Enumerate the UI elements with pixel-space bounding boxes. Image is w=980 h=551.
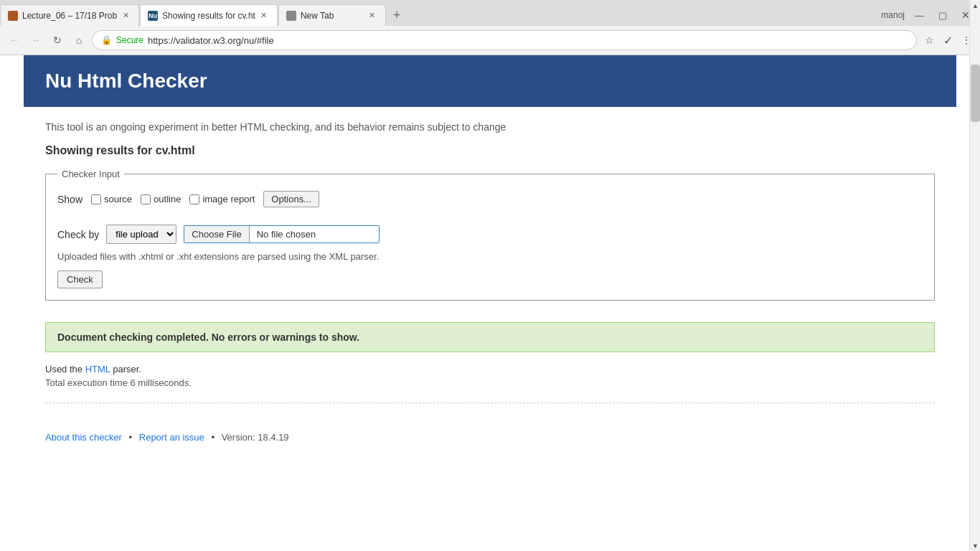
choose-file-button[interactable]: Choose File xyxy=(184,226,249,242)
show-row: Show source outline image report Options… xyxy=(57,191,923,207)
tab-close-1[interactable]: ✕ xyxy=(120,10,131,22)
home-button[interactable]: ⌂ xyxy=(70,32,88,49)
html-parser-link[interactable]: HTML xyxy=(85,364,110,375)
url-text: https://validator.w3.org/nu/#file xyxy=(148,35,908,46)
back-button[interactable]: ← xyxy=(6,32,23,49)
secure-label: Secure xyxy=(116,35,143,45)
checker-input-legend: Checker Input xyxy=(57,169,124,179)
tab-favicon-1 xyxy=(8,11,18,21)
page-footer: About this checker • Report an issue • V… xyxy=(24,432,956,457)
browser-chrome: Lecture_06 – 17/18 Prob ✕ Nu Showing res… xyxy=(0,0,980,55)
tab-close-2[interactable]: ✕ xyxy=(258,10,270,22)
address-bar[interactable]: 🔒 Secure https://validator.w3.org/nu/#fi… xyxy=(92,30,917,50)
secure-icon: 🔒 xyxy=(101,35,112,45)
checkbox-image-report: image report xyxy=(189,194,255,204)
site-title: Nu Html Checker xyxy=(45,70,935,93)
outline-label[interactable]: outline xyxy=(154,194,181,204)
source-label[interactable]: source xyxy=(104,194,132,204)
parser-suffix: parser. xyxy=(110,364,141,375)
checkbox-outline: outline xyxy=(141,194,181,204)
main-content: This tool is an ongoing experiment in be… xyxy=(24,107,956,432)
check-by-select[interactable]: address file upload text input xyxy=(106,225,176,244)
footer-separator-2: • xyxy=(211,432,215,443)
tab-title-3: New Tab xyxy=(301,11,364,21)
tab-validator[interactable]: Nu Showing results for cv.ht ✕ xyxy=(140,4,278,26)
address-bar-actions: ☆ ✓ ⋮ xyxy=(921,32,974,48)
profile-name: manoj xyxy=(881,10,905,20)
about-checker-link[interactable]: About this checker xyxy=(45,432,122,443)
version-text: Version: 18.4.19 xyxy=(222,432,289,443)
success-message: Document checking completed. No errors o… xyxy=(57,331,359,343)
scrollbar-track: ▲ ▼ xyxy=(969,0,980,457)
checkbox-source: source xyxy=(91,194,132,204)
image-report-label[interactable]: image report xyxy=(202,194,255,204)
file-chosen-text: No file chosen xyxy=(250,226,379,242)
upload-note: Uploaded files with .xhtml or .xht exten… xyxy=(57,251,923,262)
tab-close-3[interactable]: ✕ xyxy=(367,10,378,22)
tab-bar: Lecture_06 – 17/18 Prob ✕ Nu Showing res… xyxy=(0,0,980,26)
footer-divider xyxy=(45,402,935,403)
tab-newtab[interactable]: New Tab ✕ xyxy=(278,4,386,26)
scrollbar-thumb[interactable] xyxy=(971,65,980,122)
maximize-button[interactable]: ▢ xyxy=(934,9,951,22)
tab-title-2: Showing results for cv.ht xyxy=(162,11,255,21)
new-tab-button[interactable]: + xyxy=(387,5,407,25)
report-issue-link[interactable]: Report an issue xyxy=(139,432,204,443)
refresh-button[interactable]: ↻ xyxy=(49,32,66,49)
site-header: Nu Html Checker xyxy=(24,55,956,107)
tab-lecture[interactable]: Lecture_06 – 17/18 Prob ✕ xyxy=(0,4,139,26)
parser-info: Used the HTML parser. xyxy=(45,364,935,375)
options-button[interactable]: Options... xyxy=(263,191,319,207)
outline-checkbox[interactable] xyxy=(141,194,151,204)
results-heading: Showing results for cv.html xyxy=(45,144,935,157)
show-label: Show xyxy=(57,194,83,205)
image-report-checkbox[interactable] xyxy=(189,194,199,204)
parser-prefix: Used the xyxy=(45,364,85,375)
tab-favicon-2: Nu xyxy=(148,11,158,21)
forward-button[interactable]: → xyxy=(27,32,44,49)
check-icon[interactable]: ✓ xyxy=(940,32,956,48)
bookmark-icon[interactable]: ☆ xyxy=(921,32,937,48)
scroll-up-button[interactable]: ▲ xyxy=(970,0,980,11)
window-controls: manoj — ▢ ✕ xyxy=(881,8,980,22)
minimize-button[interactable]: — xyxy=(910,9,928,22)
description: This tool is an ongoing experiment in be… xyxy=(45,121,935,133)
address-bar-row: ← → ↻ ⌂ 🔒 Secure https://validator.w3.or… xyxy=(0,26,980,55)
check-button[interactable]: Check xyxy=(57,270,103,288)
check-by-label: Check by xyxy=(57,229,99,240)
check-by-row: Check by address file upload text input … xyxy=(57,225,923,244)
checker-input-fieldset: Checker Input Show source outline image … xyxy=(45,169,935,301)
file-input-container: Choose File No file chosen xyxy=(184,225,379,243)
page-content: Nu Html Checker This tool is an ongoing … xyxy=(24,55,956,457)
footer-separator-1: • xyxy=(129,432,133,443)
source-checkbox[interactable] xyxy=(91,194,101,204)
tab-favicon-3 xyxy=(286,11,296,21)
success-banner: Document checking completed. No errors o… xyxy=(45,322,935,352)
exec-time: Total execution time 6 milliseconds. xyxy=(45,377,935,388)
tab-title-1: Lecture_06 – 17/18 Prob xyxy=(22,11,117,21)
